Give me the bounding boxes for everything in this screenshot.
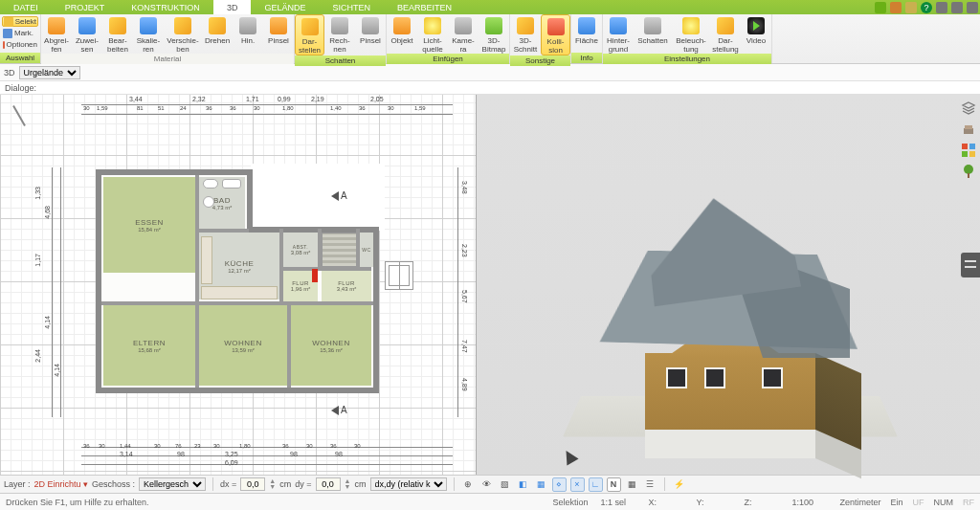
tool-target-icon[interactable]: ⊕: [461, 477, 476, 492]
zuweisen-button[interactable]: Zuwei- sen: [72, 14, 102, 54]
dx-label: dx =: [220, 479, 236, 489]
status-help: Drücken Sie F1, um Hilfe zu erhalten.: [6, 498, 149, 507]
side-toolbar: [960, 100, 977, 179]
ribbon-auswahl: Selekt Mark. Optionen Auswahl: [0, 14, 41, 63]
objekt-button[interactable]: Objekt: [387, 14, 417, 54]
drehen-button[interactable]: Drehen: [202, 14, 233, 54]
kollision-button[interactable]: Kolli- sion: [541, 14, 570, 55]
room-wohnen1: WOHNEN13,59 m²: [199, 305, 287, 386]
group-schatten-label: Schatten: [295, 55, 386, 66]
hintergrund-button[interactable]: Hinter- grund: [603, 14, 634, 54]
abgreifen-button[interactable]: Abgrei- fen: [41, 14, 72, 54]
pinsel-button[interactable]: Pinsel: [263, 14, 294, 54]
tool-layers-icon[interactable]: ☰: [643, 477, 657, 492]
menu-sichten[interactable]: SICHTEN: [319, 0, 384, 14]
3d-view[interactable]: [477, 95, 980, 475]
hin-button[interactable]: Hin.: [233, 14, 263, 54]
status-z: Z:: [744, 498, 782, 507]
titlebar-icon-6[interactable]: [951, 2, 963, 13]
group-auswahl-label: Auswahl: [0, 53, 40, 63]
svg-rect-4: [962, 151, 968, 157]
dimensions-top: 3,44 2,32 1,71 0,99 2,19 2,05 30 1,59 81…: [81, 104, 453, 131]
tool-grid-icon[interactable]: ▦: [625, 477, 639, 492]
tool-snap2-icon[interactable]: ×: [570, 477, 585, 492]
optionen-button[interactable]: Optionen: [2, 39, 38, 50]
schatten-pinsel-button[interactable]: Pinsel: [355, 14, 386, 55]
dimensions-left: 4,68 4,14 4,14 1,33 1,17 2,44: [52, 167, 80, 417]
dy-input[interactable]: [316, 477, 341, 491]
skalieren-button[interactable]: Skalie- ren: [133, 14, 164, 54]
tool-n-button[interactable]: N: [607, 477, 621, 492]
status-x: X:: [648, 498, 686, 507]
rechnen-button[interactable]: Rech- nen: [324, 14, 355, 55]
video-button[interactable]: Video: [741, 14, 771, 54]
status-uf: UF: [913, 498, 924, 507]
selekt-button[interactable]: Selekt: [2, 16, 38, 27]
bearbeiten-button[interactable]: Bear- beiten: [102, 14, 133, 54]
toilet-icon: [203, 179, 218, 188]
darstellung-button[interactable]: Dar- stellung: [710, 14, 741, 54]
darstellen-button[interactable]: Dar- stellen: [295, 14, 324, 55]
bathtub-icon: [222, 179, 241, 188]
panel-handle[interactable]: [961, 253, 980, 277]
mark-button[interactable]: Mark.: [2, 28, 38, 38]
status-num: NUM: [934, 498, 954, 507]
tool-eye-icon[interactable]: 👁: [479, 477, 494, 492]
menu-bearbeiten[interactable]: BEARBEITEN: [384, 0, 465, 14]
beleuchtung-button[interactable]: Beleuch- tung: [672, 14, 710, 54]
status-y: Y:: [696, 498, 734, 507]
titlebar-icon-3[interactable]: [905, 2, 917, 13]
furniture-icon[interactable]: [961, 122, 976, 137]
help-icon[interactable]: ?: [921, 2, 932, 13]
ribbon-info: Fläche Info: [571, 14, 603, 63]
verschieben-button[interactable]: Verschie- ben: [164, 14, 202, 54]
tree-icon[interactable]: [961, 164, 976, 179]
3d-bitmap-button[interactable]: 3D- Bitmap: [479, 14, 509, 54]
titlebar-icon-5[interactable]: [936, 2, 947, 13]
status-ein: Ein: [890, 498, 902, 507]
dimensions-bottom: 6,09 3,14 98 3,25 98 98 36 30 1,44 30 76…: [81, 432, 453, 465]
ribbon-einfuegen: Objekt Licht- quelle Kame- ra 3D- Bitmap…: [387, 14, 510, 63]
3d-schnitt-button[interactable]: 3D- Schnitt: [510, 14, 541, 55]
titlebar-icon-1[interactable]: [875, 2, 886, 13]
menu-gelaende[interactable]: GELÄNDE: [251, 0, 319, 14]
tool-color-icon[interactable]: ▧: [498, 477, 512, 492]
ribbon: Selekt Mark. Optionen Auswahl Abgrei- fe…: [0, 14, 980, 64]
stairs: [322, 233, 358, 267]
flaeche-button[interactable]: Fläche: [571, 14, 602, 53]
floorplan-view[interactable]: 3,44 2,32 1,71 0,99 2,19 2,05 30 1,59 81…: [0, 95, 477, 475]
mode-select[interactable]: dx,dy (relativ ka: [370, 477, 447, 491]
layer-link[interactable]: 2D Einrichtu ▾: [34, 479, 89, 489]
group-info-label: Info: [571, 53, 602, 63]
menu-datei[interactable]: DATEI: [0, 0, 52, 14]
lichtquelle-button[interactable]: Licht- quelle: [417, 14, 448, 54]
titlebar-icon-7[interactable]: [967, 2, 978, 13]
status-scale1: 1:1 sel: [600, 498, 638, 507]
tool-cube-icon[interactable]: ◧: [516, 477, 530, 492]
status-scale2: 1:100: [791, 498, 830, 507]
dialoge-bar: Dialoge:: [0, 81, 980, 95]
tool-view-icon[interactable]: ▦: [534, 477, 548, 492]
svg-rect-1: [965, 125, 972, 129]
menu-konstruktion[interactable]: KONSTRUKTION: [118, 0, 213, 14]
materials-icon[interactable]: [961, 143, 976, 158]
einst-schatten-button[interactable]: Schatten: [634, 14, 672, 54]
tool-snap3-icon[interactable]: ∟: [589, 477, 603, 492]
geschoss-select[interactable]: Kellergesch: [139, 477, 206, 491]
tool-snap1-icon[interactable]: ⋄: [552, 477, 567, 492]
layer-dropdown-top[interactable]: Urgelände: [19, 66, 80, 79]
kamera-button[interactable]: Kame- ra: [448, 14, 479, 54]
titlebar-icon-2[interactable]: [890, 2, 902, 13]
compass-icon: [6, 102, 33, 129]
tool-bolt-icon[interactable]: ⚡: [672, 477, 686, 492]
layers-icon[interactable]: [961, 100, 976, 116]
dx-input[interactable]: [240, 477, 265, 491]
status-unit: Zentimeter: [839, 498, 880, 507]
status-bar: Drücken Sie F1, um Hilfe zu erhalten. Se…: [0, 494, 980, 510]
sink-icon: [203, 196, 214, 208]
cm-label-2: cm: [355, 479, 367, 489]
svg-point-6: [964, 165, 973, 174]
menu-3d[interactable]: 3D: [213, 0, 252, 14]
menu-projekt[interactable]: PROJEKT: [52, 0, 119, 14]
menu-bar: DATEI PROJEKT KONSTRUKTION 3D GELÄNDE SI…: [0, 0, 980, 14]
